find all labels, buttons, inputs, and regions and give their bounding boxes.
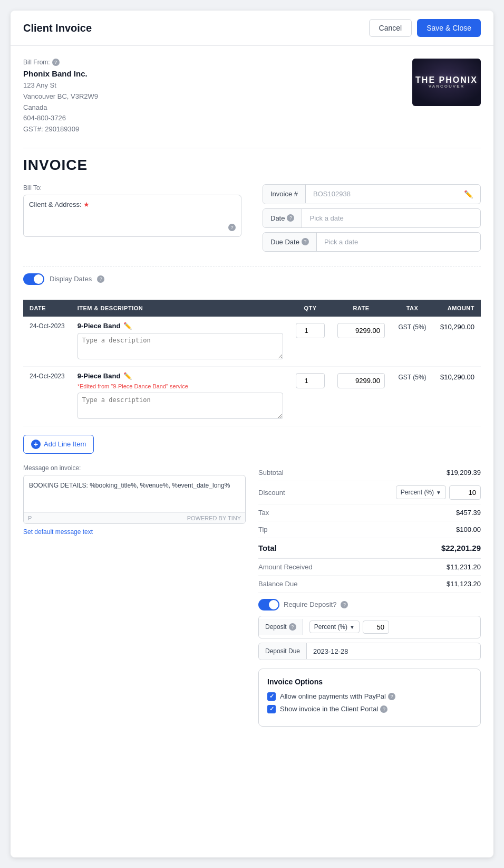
row1-rate-input[interactable]	[337, 323, 385, 338]
company-logo: THE PHONIX VANCOUVER	[412, 59, 481, 106]
bill-from-section: Bill From: ? Phonix Band Inc. 123 Any St…	[23, 59, 481, 135]
display-dates-help-icon[interactable]: ?	[97, 275, 104, 283]
message-section: Message on invoice: BOOKING DETAILS: %bo…	[23, 464, 246, 727]
add-line-item-button[interactable]: + Add Line Item	[23, 435, 94, 454]
discount-controls: Percent (%) ▼	[396, 485, 481, 500]
deposit-due-label: Deposit Due	[259, 643, 307, 659]
date-value[interactable]: Pick a date	[302, 209, 480, 227]
row1-item: 9-Piece Band ✏️	[71, 317, 289, 367]
deposit-type-select[interactable]: Percent (%) ▼	[309, 621, 360, 633]
discount-type-select[interactable]: Percent (%) ▼	[396, 485, 446, 499]
display-dates-row: Display Dates ?	[23, 266, 481, 291]
company-address: 123 Any St Vancouver BC, V3R2W9 Canada 6…	[23, 80, 98, 135]
deposit-field-content: Percent (%) ▼	[303, 616, 480, 638]
col-tax: TAX	[391, 300, 433, 317]
header-actions: Cancel Save & Close	[369, 19, 481, 37]
amount-received-row: Amount Received $11,231.20	[258, 559, 481, 576]
table-row: 24-Oct-2023 9-Piece Band ✏️	[23, 317, 481, 367]
summary-section: Subtotal $19,209.39 Discount Percent (%)…	[258, 464, 481, 727]
invoice-number-key: Invoice #	[263, 185, 306, 203]
page-header: Client Invoice Cancel Save & Close	[11, 11, 493, 46]
row2-item: 9-Piece Band ✏️ *Edited from "9-Piece Da…	[71, 366, 289, 426]
invoice-number-value: BOS102938 ✏️	[306, 185, 480, 204]
invoice-number-edit-icon[interactable]: ✏️	[464, 190, 473, 198]
row2-tax: GST (5%)	[391, 366, 433, 426]
row2-rate-input[interactable]	[337, 373, 385, 388]
col-amount: AMOUNT	[433, 300, 481, 317]
row2-item-name-row: 9-Piece Band ✏️	[77, 372, 283, 380]
row2-qty	[289, 366, 331, 426]
portal-checkbox[interactable]	[267, 705, 276, 713]
discount-label: Discount	[258, 489, 285, 497]
chevron-down-icon: ▼	[436, 490, 441, 495]
row2-description[interactable]	[77, 393, 283, 419]
subtotal-value: $19,209.39	[447, 469, 481, 476]
date-row: Date ? Pick a date	[263, 208, 481, 228]
row1-description[interactable]	[77, 333, 283, 359]
due-date-help-icon[interactable]: ?	[302, 238, 309, 245]
col-date: DATE	[23, 300, 71, 317]
deposit-help-icon[interactable]: ?	[289, 623, 296, 631]
deposit-due-content: 2023-12-28	[307, 643, 480, 660]
deposit-field-label: Deposit ?	[259, 619, 303, 635]
message-label: Message on invoice:	[23, 464, 246, 472]
cancel-button[interactable]: Cancel	[369, 19, 412, 37]
row2-edited-note: *Edited from "9-Piece Dance Band" servic…	[77, 383, 283, 389]
row1-qty-input[interactable]	[296, 323, 325, 338]
client-address-help-icon[interactable]: ?	[228, 224, 236, 231]
company-name: Phonix Band Inc.	[23, 69, 98, 78]
amount-received-value: $11,231.20	[447, 563, 481, 571]
due-date-row: Due Date ? Pick a date	[263, 232, 481, 252]
deposit-value-input[interactable]	[363, 621, 389, 634]
paypal-checkbox[interactable]	[267, 692, 276, 701]
discount-value-input[interactable]	[449, 485, 481, 500]
tax-value: $457.39	[456, 509, 481, 517]
row1-qty	[289, 317, 331, 367]
client-address-box[interactable]: Client & Address: ★ ?	[23, 195, 241, 237]
deposit-due-row: Deposit Due 2023-12-28	[258, 643, 481, 660]
total-row: Total $22,201.29	[258, 538, 481, 559]
due-date-value[interactable]: Pick a date	[317, 233, 480, 251]
require-deposit-toggle[interactable]	[258, 599, 279, 611]
portal-option-label: Show invoice in the Client Portal ?	[280, 705, 387, 713]
total-label: Total	[258, 543, 277, 552]
row2-amount: $10,290.00	[433, 366, 481, 426]
set-default-link[interactable]: Set default message text	[23, 528, 246, 536]
invoice-form-row: Bill To: Client & Address: ★ ? Invoice #…	[23, 184, 481, 256]
paypal-help-icon[interactable]: ?	[388, 693, 395, 700]
require-deposit-row: Require Deposit? ?	[258, 599, 481, 611]
row1-item-name-row: 9-Piece Band ✏️	[77, 322, 283, 330]
balance-due-label: Balance Due	[258, 580, 297, 588]
portal-help-icon[interactable]: ?	[380, 705, 387, 713]
row1-rate	[331, 317, 391, 367]
invoice-fields-section: Invoice # BOS102938 ✏️ Date ? Pick a dat…	[263, 184, 481, 256]
message-box[interactable]: BOOKING DETAILS: %booking_title%, %venue…	[23, 475, 246, 524]
message-content[interactable]: BOOKING DETAILS: %booking_title%, %venue…	[24, 475, 245, 512]
require-deposit-help-icon[interactable]: ?	[341, 601, 348, 608]
bottom-section: Message on invoice: BOOKING DETAILS: %bo…	[23, 464, 481, 727]
save-close-button[interactable]: Save & Close	[417, 19, 481, 37]
row2-edit-icon[interactable]: ✏️	[123, 372, 132, 380]
date-help-icon[interactable]: ?	[287, 214, 294, 222]
table-header-row: DATE ITEM & DESCRIPTION QTY RATE TAX AMO…	[23, 300, 481, 317]
page-container: Client Invoice Cancel Save & Close Bill …	[11, 11, 493, 857]
deposit-section: Require Deposit? ? Deposit ? Percent (%)	[258, 599, 481, 727]
balance-due-value: $11,123.20	[447, 580, 481, 588]
row2-qty-input[interactable]	[296, 373, 325, 388]
option-row-paypal: Allow online payments with PayPal ?	[267, 692, 472, 701]
bill-from-help-icon[interactable]: ?	[52, 59, 60, 66]
date-key: Date ?	[263, 209, 302, 227]
deposit-chevron-icon: ▼	[350, 624, 355, 630]
tax-row: Tax $457.39	[258, 504, 481, 521]
bill-to-section: Bill To: Client & Address: ★ ?	[23, 184, 241, 256]
due-date-key: Due Date ?	[263, 233, 317, 251]
row1-edit-icon[interactable]: ✏️	[123, 322, 132, 330]
col-qty: QTY	[289, 300, 331, 317]
subtotal-label: Subtotal	[258, 469, 284, 476]
subtotal-row: Subtotal $19,209.39	[258, 464, 481, 481]
tip-row: Tip $100.00	[258, 521, 481, 538]
tip-label: Tip	[258, 526, 268, 533]
invoice-options: Invoice Options Allow online payments wi…	[258, 669, 481, 727]
page-title: Client Invoice	[23, 22, 92, 34]
display-dates-toggle[interactable]	[23, 273, 44, 285]
